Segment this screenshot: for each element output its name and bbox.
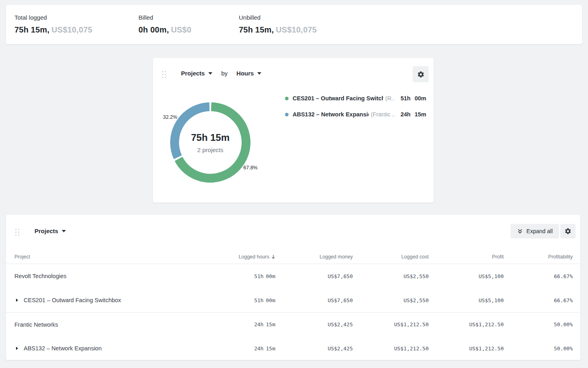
gear-icon — [564, 228, 572, 235]
legend-project-name: CES201 – Outward Facing Switchbox — [293, 95, 383, 102]
legend-item[interactable]: CES201 – Outward Facing Switchbox (R... … — [285, 94, 426, 102]
column-header-profitability[interactable]: Profitability — [504, 254, 573, 260]
legend-item[interactable]: ABS132 – Network Expansion (Frantic ... … — [285, 110, 426, 118]
profitability-value: 66.67% — [504, 297, 573, 303]
chevron-down-icon — [257, 72, 261, 75]
chart-groupby-dropdown[interactable]: Projects — [181, 70, 212, 77]
logged-hours-value: 51h 00m — [199, 273, 275, 279]
stat-label: Billed — [138, 14, 239, 21]
expand-all-button[interactable]: Expand all — [511, 224, 559, 238]
logged-hours-value: 51h 00m — [199, 297, 275, 303]
donut-percent-label: 67.8% — [243, 165, 257, 171]
donut-chart: 75h 15m 2 projects 67.8%32.2% — [162, 94, 258, 191]
stat-total-logged: Total logged 75h 15m,US$10,075 — [14, 14, 138, 44]
column-header-logged-cost[interactable]: Logged cost — [353, 254, 429, 260]
legend-client-name: (R... — [385, 95, 395, 102]
stat-value: 75h 15m,US$10,075 — [14, 25, 138, 35]
chart-settings-button[interactable] — [413, 66, 429, 82]
donut-total-hours: 75h 15m — [191, 132, 230, 143]
stat-money: US$10,075 — [276, 25, 317, 34]
table-actions: Expand all — [511, 224, 576, 238]
chart-by-label: by — [221, 70, 228, 77]
logged-hours-value: 24h 15m — [199, 321, 275, 327]
profit-value: US$1,212.50 — [429, 321, 504, 327]
legend-client-name: (Frantic ... — [371, 111, 395, 118]
table-row: CES201 – Outward Facing Switchbox 51h 00… — [6, 288, 580, 312]
project-child-row: CES201 – Outward Facing Switchbox — [14, 297, 199, 303]
chart-legend: CES201 – Outward Facing Switchbox (R... … — [285, 94, 426, 126]
logged-money-value: US$7,650 — [275, 297, 353, 303]
column-header-logged-hours[interactable]: Logged hours — [199, 254, 275, 260]
stat-money: US$10,075 — [51, 25, 92, 34]
stat-value: 75h 15m,US$10,075 — [239, 25, 317, 35]
table-settings-button[interactable] — [560, 224, 576, 238]
stat-label: Total logged — [14, 14, 138, 21]
legend-project-name: ABS132 – Network Expansion — [293, 111, 369, 118]
projects-table-card: Projects Expand all Project Logged hours… — [6, 215, 580, 360]
logged-cost-value: US$1,212.50 — [353, 321, 429, 327]
project-name[interactable]: CES201 – Outward Facing Switchbox — [24, 297, 121, 303]
logged-cost-value: US$2,550 — [353, 273, 429, 279]
table-row: Revolt Technologies 51h 00m US$7,650 US$… — [6, 264, 580, 288]
table-groupby-dropdown[interactable]: Projects — [35, 228, 66, 234]
projects-table: Project Logged hours Logged money Logged… — [6, 250, 580, 360]
column-header-label: Logged hours — [239, 254, 269, 260]
profitability-value: 50.00% — [504, 321, 573, 327]
profitability-value: 66.67% — [504, 273, 573, 279]
reports-page: { "stats": [ { "label": "Total logged", … — [0, 0, 588, 368]
logged-cost-value: US$2,550 — [353, 297, 429, 303]
expand-all-label: Expand all — [527, 228, 553, 234]
logged-money-value: US$2,425 — [275, 321, 353, 327]
table-row: Frantic Networks 24h 15m US$2,425 US$1,2… — [6, 312, 580, 336]
stat-time: 75h 15m, — [239, 25, 274, 34]
chart-header: Projects by Hours — [181, 70, 261, 77]
project-name[interactable]: Revolt Technologies — [14, 273, 199, 279]
stat-unbilled: Unbilled 75h 15m,US$10,075 — [239, 14, 317, 44]
donut-percent-label: 32.2% — [163, 114, 177, 120]
column-header-project[interactable]: Project — [14, 254, 199, 260]
summary-stats-card: Total logged 75h 15m,US$10,075 Billed 0h… — [6, 5, 582, 44]
profit-value: US$5,100 — [429, 273, 504, 279]
chevron-down-icon — [208, 72, 212, 75]
chart-measure-dropdown[interactable]: Hours — [236, 70, 261, 77]
project-name[interactable]: Frantic Networks — [14, 321, 199, 328]
profitability-value: 50.00% — [504, 346, 573, 352]
donut-project-count: 2 projects — [197, 146, 223, 153]
expand-caret-icon[interactable] — [16, 347, 18, 350]
legend-dot-blue — [285, 113, 289, 116]
gear-icon — [417, 71, 425, 78]
table-row: ABS132 – Network Expansion 24h 15m US$2,… — [6, 336, 580, 360]
table-header-row: Project Logged hours Logged money Logged… — [6, 250, 580, 264]
drag-handle-icon[interactable] — [162, 71, 166, 78]
profit-value: US$5,100 — [429, 297, 504, 303]
logged-money-value: US$7,650 — [275, 273, 353, 279]
stat-value: 0h 00m,US$0 — [138, 25, 239, 35]
drag-handle-icon[interactable] — [15, 229, 19, 236]
column-header-profit[interactable]: Profit — [429, 254, 504, 260]
profit-value: US$1,212.50 — [429, 346, 504, 352]
column-header-logged-money[interactable]: Logged money — [275, 254, 353, 260]
sort-desc-icon — [271, 254, 275, 259]
expand-caret-icon[interactable] — [16, 299, 18, 302]
stat-billed: Billed 0h 00m,US$0 — [138, 14, 239, 44]
stat-time: 0h 00m, — [138, 25, 169, 34]
legend-hours: 51h 00m — [395, 95, 426, 102]
legend-dot-green — [285, 97, 289, 100]
donut-center-label: 75h 15m 2 projects — [162, 94, 258, 191]
project-child-row: ABS132 – Network Expansion — [14, 345, 199, 352]
chart-measure-label: Hours — [236, 70, 254, 77]
double-chevron-down-icon — [517, 228, 523, 234]
logged-cost-value: US$1,212.50 — [353, 346, 429, 352]
stat-time: 75h 15m, — [14, 25, 49, 34]
chart-widget-card: Projects by Hours 75h 15m 2 projects 67.… — [153, 58, 433, 203]
chart-groupby-label: Projects — [181, 70, 205, 77]
legend-hours: 24h 15m — [395, 111, 426, 118]
logged-money-value: US$2,425 — [275, 346, 353, 352]
stat-label: Unbilled — [239, 14, 317, 21]
logged-hours-value: 24h 15m — [199, 346, 275, 352]
chevron-down-icon — [62, 230, 66, 232]
stat-money: US$0 — [171, 25, 191, 34]
project-name[interactable]: ABS132 – Network Expansion — [24, 345, 102, 352]
table-groupby-label: Projects — [35, 228, 58, 234]
